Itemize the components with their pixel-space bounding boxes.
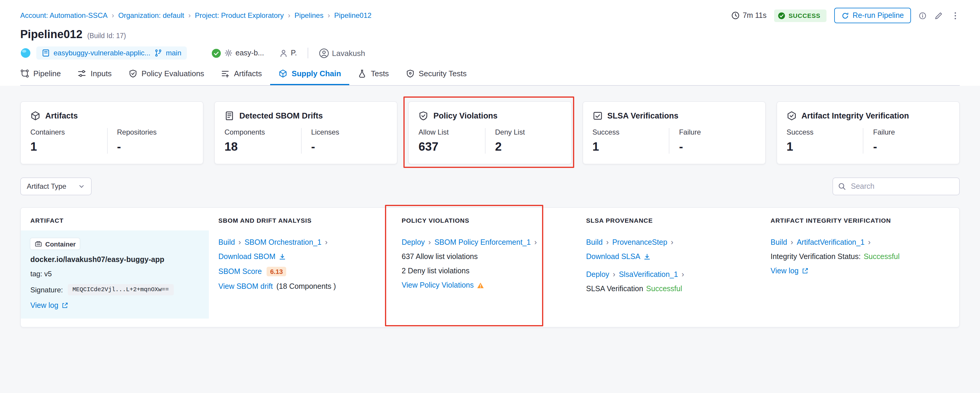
summary-card-artifacts: Artifacts Containers 1 Repositories - <box>20 101 204 165</box>
stage-link-deploy[interactable]: Deploy <box>402 238 425 246</box>
breadcrumb: Account: Automation-SSCA › Organization:… <box>20 11 372 20</box>
deny-list-violations: 2 Deny list violations <box>402 267 469 275</box>
tab-policy-evaluations[interactable]: Policy Evaluations <box>120 67 212 85</box>
sbom-step-line: Build › SBOM Orchestration_1 › <box>218 238 328 246</box>
search-input[interactable] <box>832 177 960 195</box>
sbom-drift-line: View SBOM drift (18 Components ) <box>218 282 336 291</box>
policy-violations-cell: Deploy › SBOM Policy Enforcement_1 › 637… <box>392 230 577 319</box>
card-title: SLSA Verifications <box>607 111 678 120</box>
slsa-verification-status-line: SLSA Verification Successful <box>586 284 682 293</box>
download-icon <box>643 253 651 260</box>
tab-label: Tests <box>371 69 389 78</box>
chevron-separator: › <box>868 238 870 246</box>
card-title: Artifact Integrity Verification <box>802 111 909 120</box>
status-text: SUCCESS <box>789 12 821 19</box>
stage-link-build[interactable]: Build <box>218 238 235 246</box>
tab-tests[interactable]: Tests <box>349 67 397 85</box>
chevron-separator: › <box>791 238 793 246</box>
triggered-by-user[interactable]: Lavakush <box>319 48 365 58</box>
repo-name: easybuggy-vulnerable-applic... <box>54 49 151 57</box>
pipeline-meta-row: easybuggy-vulnerable-applic... main easy… <box>20 46 960 59</box>
breadcrumb-separator: › <box>288 11 290 20</box>
external-link-icon <box>802 267 809 275</box>
policy-step-line: Deploy › SBOM Policy Enforcement_1 › <box>402 238 537 246</box>
kebab-menu-icon[interactable] <box>951 11 960 20</box>
metric-value: - <box>679 140 756 153</box>
slsa-verification-status: Successful <box>646 284 682 293</box>
metric-value: 18 <box>224 140 301 153</box>
download-sbom-link[interactable]: Download SBOM <box>218 252 286 261</box>
signature-value: MEQCICde2Vjl...L+2+mqnOXw== <box>68 284 173 296</box>
edit-pencil-icon[interactable] <box>934 11 943 20</box>
shield-icon <box>406 69 414 78</box>
card-title: Policy Violations <box>433 111 498 120</box>
stage-link-build[interactable]: Build <box>586 238 603 246</box>
metric-value: 1 <box>787 140 863 153</box>
user-name: Lavakush <box>332 48 365 58</box>
download-slsa-link[interactable]: Download SLSA <box>586 252 651 261</box>
signature-label: Signature: <box>30 286 63 294</box>
repo-branch-pill[interactable]: easybuggy-vulnerable-applic... main <box>36 46 187 59</box>
view-sbom-drift-link[interactable]: View SBOM drift <box>218 282 273 291</box>
column-header-sbom: SBOM AND DRIFT ANALYSIS <box>209 217 392 224</box>
container-icon <box>35 240 42 248</box>
stage-link-build[interactable]: Build <box>770 238 787 246</box>
shield-check-icon <box>418 111 429 121</box>
metric-value: 1 <box>30 140 107 153</box>
service-group[interactable]: easy-b... <box>211 48 264 58</box>
sbom-score-link[interactable]: SBOM Score <box>218 267 262 276</box>
shield-check-icon <box>128 69 137 78</box>
tab-security-tests[interactable]: Security Tests <box>397 67 475 85</box>
chevron-down-icon <box>78 183 85 190</box>
breadcrumb-link-account[interactable]: Account: Automation-SSCA <box>20 11 108 20</box>
metric-value: 1 <box>592 140 669 153</box>
tab-pipeline[interactable]: Pipeline <box>20 67 69 85</box>
step-link-provenance-step[interactable]: ProvenanceStep <box>612 238 667 246</box>
metric-value: - <box>873 140 950 153</box>
certificate-check-icon <box>592 111 603 121</box>
breadcrumb-separator: › <box>112 11 114 20</box>
breadcrumb-link-pipeline012[interactable]: Pipeline012 <box>334 11 371 20</box>
step-link-artifact-verification[interactable]: ArtifactVerification_1 <box>797 238 865 246</box>
metric-label: Allow List <box>418 128 485 136</box>
metric-label: Containers <box>30 128 107 136</box>
breadcrumb-link-organization[interactable]: Organization: default <box>118 11 185 20</box>
step-link-sbom-policy-enforcement[interactable]: SBOM Policy Enforcement_1 <box>434 238 531 246</box>
sbom-score-line: SBOM Score 6.13 <box>218 267 286 276</box>
metric-label: Success <box>592 128 669 136</box>
artifact-cell: Container docker.io/lavakush07/easy-bugg… <box>21 230 209 319</box>
chevron-separator: › <box>613 270 615 279</box>
breadcrumb-link-project[interactable]: Project: Product Exploratory <box>195 11 284 20</box>
environment-icon <box>279 48 288 58</box>
container-type-label: Container <box>45 240 76 248</box>
artifact-tag: tag: v5 <box>30 270 52 278</box>
tab-artifacts[interactable]: Artifacts <box>212 67 270 85</box>
allow-list-violations: 637 Allow list violations <box>402 252 478 261</box>
tab-supply-chain[interactable]: Supply Chain <box>270 67 349 85</box>
summary-card-artifact-integrity: Artifact Integrity Verification Success … <box>776 101 960 165</box>
tab-label: Security Tests <box>418 69 466 78</box>
integrity-status-value: Successful <box>864 252 900 261</box>
view-log-link[interactable]: View log <box>30 301 68 310</box>
pipeline-icon <box>20 69 29 78</box>
supply-chain-icon <box>278 69 287 78</box>
view-policy-violations-link[interactable]: View Policy Violations <box>402 281 484 289</box>
module-icon <box>20 48 31 58</box>
breadcrumb-link-pipelines[interactable]: Pipelines <box>294 11 323 20</box>
step-link-sbom-orchestration[interactable]: SBOM Orchestration_1 <box>245 238 321 246</box>
rerun-pipeline-button[interactable]: Re-run Pipeline <box>834 8 911 23</box>
environment-group[interactable]: P. <box>279 48 297 58</box>
step-link-slsa-verification[interactable]: SlsaVerification_1 <box>619 270 678 279</box>
integrity-step-line: Build › ArtifactVerification_1 › <box>770 238 870 246</box>
chevron-separator: › <box>606 238 609 246</box>
external-link-icon <box>61 302 68 309</box>
info-icon[interactable] <box>919 11 926 19</box>
artifact-type-dropdown[interactable]: Artifact Type <box>20 177 92 195</box>
stage-link-deploy[interactable]: Deploy <box>586 270 609 279</box>
slsa-verification-label: SLSA Verification <box>586 284 643 293</box>
view-log-link[interactable]: View log <box>770 267 809 275</box>
tab-inputs[interactable]: Inputs <box>69 67 120 85</box>
sbom-cell: Build › SBOM Orchestration_1 › Download … <box>209 230 392 319</box>
service-name: easy-b... <box>235 49 264 57</box>
integrity-cube-icon <box>787 111 797 121</box>
